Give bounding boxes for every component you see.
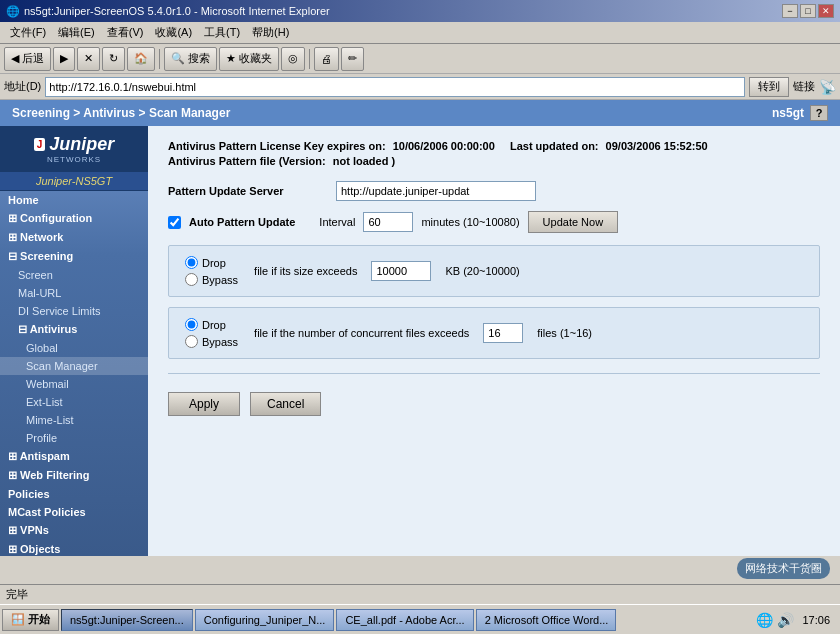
sidebar-item-webmail[interactable]: Webmail [0, 375, 148, 393]
address-label: 地址(D) [4, 79, 41, 94]
sidebar-item-malurl[interactable]: Mal-URL [0, 284, 148, 302]
sidebar-item-di-service-limits[interactable]: DI Service Limits [0, 302, 148, 320]
action-row: Apply Cancel [168, 392, 820, 416]
media-button[interactable]: ◎ [281, 47, 305, 71]
stop-icon: ✕ [84, 52, 93, 65]
toolbar: ◀ 后退 ▶ ✕ ↻ 🏠 🔍 搜索 ★ 收藏夹 ◎ 🖨 ✏ [0, 44, 840, 74]
size-value-input[interactable] [371, 261, 431, 281]
sidebar-item-ext-list[interactable]: Ext-List [0, 393, 148, 411]
sidebar-item-scan-manager[interactable]: Scan Manager [0, 357, 148, 375]
menu-bar: 文件(F) 编辑(E) 查看(V) 收藏(A) 工具(T) 帮助(H) [0, 22, 840, 44]
task-item-3[interactable]: 2 Microsoft Office Word... [476, 609, 616, 631]
menu-help[interactable]: 帮助(H) [246, 23, 295, 42]
edit-button[interactable]: ✏ [341, 47, 364, 71]
pattern-server-input[interactable] [336, 181, 536, 201]
auto-pattern-label: Auto Pattern Update [189, 216, 295, 228]
sidebar-item-objects[interactable]: ⊞ Objects [0, 540, 148, 556]
size-unit: KB (20~10000) [445, 265, 519, 277]
title-bar: 🌐 ns5gt:Juniper-ScreenOS 5.4.0r1.0 - Mic… [0, 0, 840, 22]
forward-button[interactable]: ▶ [53, 47, 75, 71]
concurrent-radio-pair: Drop Bypass [185, 318, 238, 348]
cancel-button[interactable]: Cancel [250, 392, 321, 416]
size-drop-radio[interactable] [185, 256, 198, 269]
print-button[interactable]: 🖨 [314, 47, 339, 71]
license-date: 10/06/2006 00:00:00 [393, 140, 495, 152]
interval-input[interactable] [363, 212, 413, 232]
task-item-2[interactable]: CE_all.pdf - Adobe Acr... [336, 609, 473, 631]
sidebar-item-screening[interactable]: ⊟ Screening [0, 247, 148, 266]
size-radio-pair: Drop Bypass [185, 256, 238, 286]
star-icon: ★ [226, 52, 236, 65]
refresh-icon: ↻ [109, 52, 118, 65]
ie-icon: 🌐 [6, 5, 20, 18]
sidebar-item-global[interactable]: Global [0, 339, 148, 357]
maximize-button[interactable]: □ [800, 4, 816, 18]
go-button[interactable]: 转到 [749, 77, 789, 97]
help-button[interactable]: ? [810, 105, 828, 121]
search-icon: 🔍 [171, 52, 185, 65]
links-label: 链接 [793, 79, 815, 94]
address-input[interactable] [45, 77, 745, 97]
favorites-button[interactable]: ★ 收藏夹 [219, 47, 279, 71]
concurrent-value-input[interactable] [483, 323, 523, 343]
sidebar-item-policies[interactable]: Policies [0, 485, 148, 503]
status-bar: 完毕 [0, 584, 840, 604]
logo-area: J Juniper NETWORKS [0, 126, 148, 172]
menu-favorites[interactable]: 收藏(A) [149, 23, 198, 42]
sidebar-item-profile[interactable]: Profile [0, 429, 148, 447]
menu-view[interactable]: 查看(V) [101, 23, 150, 42]
back-button[interactable]: ◀ 后退 [4, 47, 51, 71]
sidebar-item-network[interactable]: ⊞ Network [0, 228, 148, 247]
taskbar: 🪟 开始 ns5gt:Juniper-Screen... Configuring… [0, 604, 840, 634]
task-item-0[interactable]: ns5gt:Juniper-Screen... [61, 609, 193, 631]
pattern-server-label: Pattern Update Server [168, 185, 328, 197]
search-button[interactable]: 🔍 搜索 [164, 47, 217, 71]
sidebar-item-mcast-policies[interactable]: MCast Policies [0, 503, 148, 521]
sidebar-item-mime-list[interactable]: Mime-List [0, 411, 148, 429]
device-name: Juniper-NS5GT [0, 172, 148, 191]
concurrent-bypass-label: Bypass [202, 336, 238, 348]
apply-button[interactable]: Apply [168, 392, 240, 416]
auto-pattern-checkbox[interactable] [168, 216, 181, 229]
sidebar-item-configuration[interactable]: ⊞ Configuration [0, 209, 148, 228]
size-drop-label: Drop [202, 257, 226, 269]
last-updated-label: Last updated on: [510, 140, 599, 152]
concurrent-drop-radio[interactable] [185, 318, 198, 331]
sidebar-item-web-filtering[interactable]: ⊞ Web Filtering [0, 466, 148, 485]
sidebar-item-antivirus[interactable]: ⊟ Antivirus [0, 320, 148, 339]
close-button[interactable]: ✕ [818, 4, 834, 18]
minimize-button[interactable]: − [782, 4, 798, 18]
sidebar-item-screen[interactable]: Screen [0, 266, 148, 284]
watermark-text: 网络技术干货圈 [745, 561, 822, 576]
sidebar-item-home[interactable]: Home [0, 191, 148, 209]
concurrent-unit: files (1~16) [537, 327, 592, 339]
breadcrumb: Screening > Antivirus > Scan Manager [12, 106, 230, 120]
status-text: 完毕 [6, 587, 28, 602]
license-info-line2: Antivirus Pattern file (Version: not loa… [168, 155, 820, 167]
concurrent-limit-group: Drop Bypass file if the number of concur… [168, 307, 820, 359]
size-bypass-label: Bypass [202, 274, 238, 286]
refresh-button[interactable]: ↻ [102, 47, 125, 71]
concurrent-drop-label: Drop [202, 319, 226, 331]
sidebar: J Juniper NETWORKS Juniper-NS5GT Home ⊞ … [0, 126, 148, 556]
menu-edit[interactable]: 编辑(E) [52, 23, 101, 42]
task-item-1[interactable]: Configuring_Juniper_N... [195, 609, 335, 631]
start-button[interactable]: 🪟 开始 [2, 609, 59, 631]
logo-sub: NETWORKS [47, 155, 101, 164]
concurrent-text: file if the number of concurrent files e… [254, 327, 469, 339]
interval-unit: minutes (10~10080) [421, 216, 519, 228]
concurrent-bypass-radio[interactable] [185, 335, 198, 348]
version-value: not loaded [333, 155, 389, 167]
address-bar: 地址(D) 转到 链接 📡 [0, 74, 840, 100]
stop-button[interactable]: ✕ [77, 47, 100, 71]
rss-icon: 📡 [819, 79, 836, 95]
sidebar-item-vpns[interactable]: ⊞ VPNs [0, 521, 148, 540]
size-bypass-radio[interactable] [185, 273, 198, 286]
home-button[interactable]: 🏠 [127, 47, 155, 71]
sidebar-item-antispam[interactable]: ⊞ Antispam [0, 447, 148, 466]
menu-file[interactable]: 文件(F) [4, 23, 52, 42]
back-icon: ◀ [11, 52, 19, 65]
menu-tools[interactable]: 工具(T) [198, 23, 246, 42]
window-title: ns5gt:Juniper-ScreenOS 5.4.0r1.0 - Micro… [24, 5, 330, 17]
update-now-button[interactable]: Update Now [528, 211, 619, 233]
